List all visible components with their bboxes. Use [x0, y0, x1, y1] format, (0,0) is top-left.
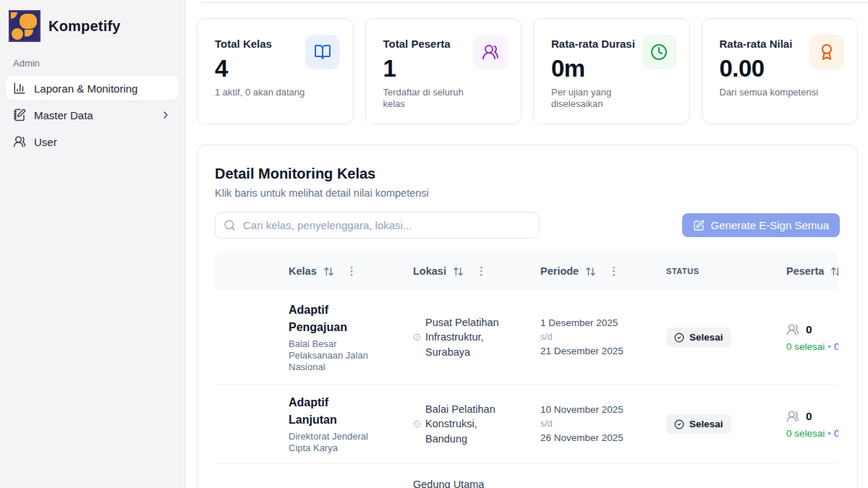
periode-start: 1 Desember 2025 — [540, 316, 658, 330]
stats-grid: Total Kelas 4 1 aktif, 0 akan datang Tot… — [197, 18, 858, 124]
status-label: Selesai — [689, 332, 723, 343]
stat-subtitle: 1 aktif, 0 akan datang — [215, 87, 316, 98]
row-expander-cell — [215, 464, 280, 477]
dot-separator: • — [827, 341, 831, 352]
stat-card-total-kelas: Total Kelas 4 1 aktif, 0 akan datang — [197, 18, 354, 124]
sidebar-item-label: Master Data — [34, 109, 93, 121]
table-row[interactable]: Adaptif Pengajuan Balai Besar Pelaksanaa… — [215, 291, 838, 385]
notebook-pen-icon — [13, 108, 26, 121]
kelas-title: Adaptif Pengajuan — [289, 301, 374, 336]
stat-card-rata-nilai: Rata-rata Nilai 0.00 Dari semua kompeten… — [702, 18, 859, 124]
kelas-penyelenggara: Direktorat Jenderal Cipta Karya — [289, 431, 374, 455]
periode-separator: s/d — [540, 330, 658, 343]
bar-chart-icon — [13, 82, 26, 95]
lokasi-cell: Gedung Utama — [404, 464, 532, 488]
lokasi-text: Gedung Utama — [413, 477, 484, 488]
page-subtitle: Klik baris untuk melihat detail nilai ko… — [215, 187, 840, 199]
stat-card-total-peserta: Total Peserta 1 Terdaftar di seluruh kel… — [365, 18, 522, 124]
periode-cell: 1 Desember 2025 s/d 21 Desember 2025 — [532, 316, 658, 359]
sort-icon[interactable] — [323, 266, 334, 277]
peserta-cell: 0 0 selesai•0 pr — [778, 410, 838, 439]
main-content: Total Kelas 4 1 aktif, 0 akan datang Tot… — [185, 0, 868, 488]
sidebar-item-user[interactable]: User — [6, 129, 179, 154]
stat-subtitle: Terdaftar di seluruh kelas — [383, 87, 485, 111]
peserta-selesai: 0 selesai — [786, 428, 825, 439]
column-header-periode[interactable]: Periode ⋮ — [532, 265, 658, 278]
users-icon — [13, 135, 26, 148]
column-menu-icon[interactable]: ⋮ — [476, 265, 487, 278]
column-header-peserta[interactable]: Peserta — [778, 265, 838, 277]
status-badge: Selesai — [666, 414, 731, 434]
column-header-kelas[interactable]: Kelas ⋮ — [280, 265, 404, 278]
column-label: Periode — [540, 265, 579, 277]
sidebar-item-master-data[interactable]: Master Data — [6, 103, 179, 127]
stat-card-rata-durasi: Rata-rata Durasi 0m Per ujian yang disel… — [533, 18, 690, 124]
table-row[interactable]: Adaptif Lanjutan Direktorat Jenderal Cip… — [215, 385, 838, 464]
table-row[interactable]: Gedung Utama — [215, 464, 838, 488]
search-input[interactable] — [215, 212, 540, 239]
check-circle-icon — [674, 419, 684, 429]
sidebar: Kompetify Admin Laporan & Monitoring Mas… — [0, 0, 185, 488]
kompetify-logo-icon — [9, 10, 41, 42]
column-label: Lokasi — [413, 265, 446, 277]
map-pin-icon — [413, 333, 420, 341]
peserta-progress: 0 pr — [834, 428, 838, 439]
detail-monitoring-card: Detail Monitoring Kelas Klik baris untuk… — [197, 145, 858, 488]
users-icon — [786, 323, 799, 336]
generate-esign-button[interactable]: Generate E-Sign Semua — [682, 213, 840, 237]
sidebar-item-label: User — [34, 136, 57, 148]
app-root: Kompetify Admin Laporan & Monitoring Mas… — [0, 0, 868, 488]
table-header-row: Kelas ⋮ Lokasi ⋮ Periode — [215, 252, 838, 291]
kelas-cell — [280, 464, 404, 477]
check-circle-icon — [674, 333, 684, 343]
kelas-cell: Adaptif Lanjutan Direktorat Jenderal Cip… — [280, 394, 404, 455]
column-label: Peserta — [786, 265, 824, 277]
status-cell: Selesai — [658, 328, 778, 347]
map-pin-icon — [413, 420, 420, 428]
column-label: STATUS — [666, 267, 699, 275]
stat-subtitle: Per ujian yang diselesaikan — [551, 87, 652, 111]
status-cell — [658, 464, 778, 477]
monitoring-table: Kelas ⋮ Lokasi ⋮ Periode — [215, 252, 838, 488]
lokasi-cell: Balai Pelatihan Konstruksi, Bandung — [404, 402, 532, 447]
sort-icon[interactable] — [830, 266, 838, 277]
lokasi-cell: Pusat Pelatihan Infrastruktur, Surabaya — [404, 315, 532, 360]
periode-cell — [532, 464, 658, 477]
table-controls: Generate E-Sign Semua — [215, 212, 840, 239]
peserta-breakdown: 0 selesai•0 pr — [786, 428, 838, 439]
top-divider — [201, 2, 868, 3]
status-cell: Selesai — [658, 414, 778, 434]
periode-cell: 10 November 2025 s/d 26 November 2025 — [532, 403, 658, 445]
periode-end: 21 Desember 2025 — [540, 344, 658, 359]
dot-separator: • — [827, 428, 831, 439]
status-badge: Selesai — [666, 328, 731, 347]
column-label: Kelas — [289, 265, 317, 277]
users-icon — [473, 35, 508, 69]
sort-icon[interactable] — [585, 266, 596, 277]
chevron-right-icon — [160, 109, 171, 121]
sidebar-item-label: Laporan & Monitoring — [34, 82, 137, 95]
lokasi-text: Pusat Pelatihan Infrastruktur, Surabaya — [425, 315, 513, 360]
search-wrap — [215, 212, 540, 239]
users-icon — [786, 410, 799, 423]
peserta-selesai: 0 selesai — [786, 341, 825, 352]
sort-icon[interactable] — [453, 266, 464, 277]
peserta-cell: 0 0 selesai•0 pr — [778, 323, 838, 352]
generate-esign-label: Generate E-Sign Semua — [711, 219, 829, 231]
kelas-penyelenggara: Balai Besar Pelaksanaan Jalan Nasional — [289, 338, 374, 374]
brand-row: Kompetify — [6, 10, 179, 42]
column-menu-icon[interactable]: ⋮ — [346, 265, 357, 278]
sidebar-section-label: Admin — [6, 58, 179, 69]
column-menu-icon[interactable]: ⋮ — [608, 265, 619, 278]
column-header-lokasi[interactable]: Lokasi ⋮ — [404, 265, 532, 278]
periode-separator: s/d — [540, 417, 658, 430]
periode-end: 26 November 2025 — [540, 431, 658, 445]
clock-icon — [642, 35, 676, 69]
page-title: Detail Monitoring Kelas — [215, 166, 840, 182]
square-pen-icon — [693, 220, 705, 231]
award-icon — [809, 35, 844, 69]
column-header-status: STATUS — [658, 267, 778, 275]
peserta-breakdown: 0 selesai•0 pr — [786, 341, 838, 352]
sidebar-item-laporan-monitoring[interactable]: Laporan & Monitoring — [6, 76, 179, 100]
periode-start: 10 November 2025 — [540, 403, 658, 417]
